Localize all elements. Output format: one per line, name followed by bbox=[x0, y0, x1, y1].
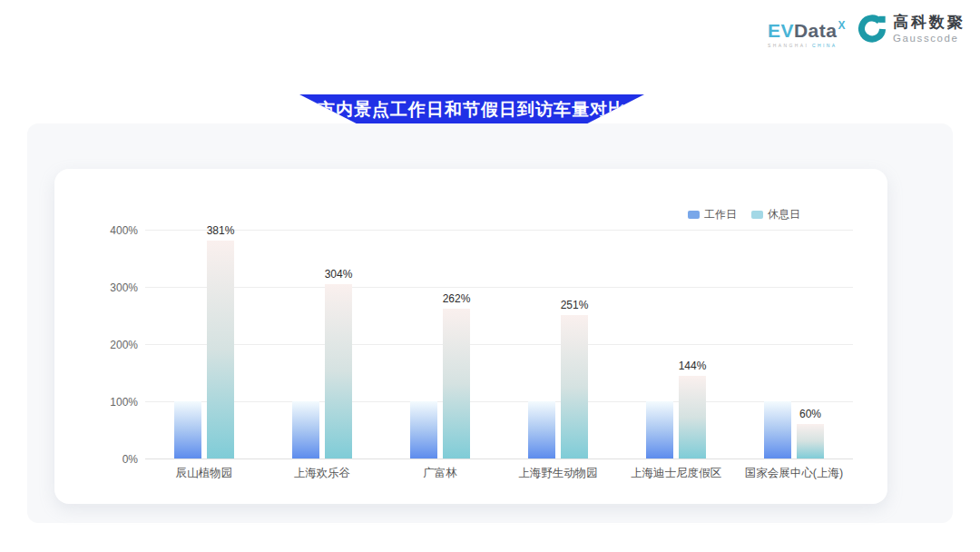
bar-休息日-广富林 bbox=[443, 309, 470, 458]
x-axis-label: 上海欢乐谷 bbox=[263, 466, 381, 481]
legend-swatch bbox=[751, 211, 763, 219]
legend-swatch bbox=[688, 211, 700, 219]
bar-工作日-辰山植物园 bbox=[174, 401, 201, 458]
evdata-logo: EVDataX SHANGHAI CHINA bbox=[768, 15, 845, 48]
x-axis-label: 广富林 bbox=[381, 466, 499, 481]
gausscode-cn-name: 高科数聚 bbox=[893, 15, 965, 32]
bar-value-label: 251% bbox=[547, 299, 602, 311]
title-banner: 市内景点工作日和节假日到访车量对比 bbox=[299, 94, 644, 124]
x-axis-label: 辰山植物园 bbox=[145, 466, 263, 481]
x-axis-label: 上海迪士尼度假区 bbox=[617, 466, 735, 481]
bar-value-label: 304% bbox=[311, 268, 366, 281]
y-axis-tick: 300% bbox=[89, 281, 138, 294]
chart-legend: 工作日休息日 bbox=[688, 207, 800, 222]
header-logos: EVDataX SHANGHAI CHINA 高科数聚 Gausscode bbox=[768, 15, 965, 48]
gridline-0 bbox=[145, 458, 853, 459]
bar-工作日-上海野生动物园 bbox=[528, 401, 555, 458]
page-title: 市内景点工作日和节假日到访车量对比 bbox=[318, 98, 626, 122]
bar-休息日-辰山植物园 bbox=[207, 241, 234, 458]
bar-value-label: 381% bbox=[193, 224, 248, 237]
bar-休息日-上海迪士尼度假区 bbox=[679, 376, 706, 458]
chart-card: 工作日休息日 0%100%200%300%400%381%辰山植物园304%上海… bbox=[54, 169, 887, 504]
bar-休息日-国家会展中心(上海) bbox=[797, 424, 824, 458]
x-axis-label: 上海野生动物园 bbox=[499, 466, 617, 481]
bar-value-label: 262% bbox=[429, 292, 484, 305]
y-axis-tick: 0% bbox=[89, 453, 138, 466]
gridline-400 bbox=[145, 230, 853, 231]
evdata-x-mark: X bbox=[838, 19, 846, 32]
gausscode-g-icon bbox=[858, 15, 887, 44]
x-axis-label: 国家会展中心(上海) bbox=[735, 466, 853, 481]
gausscode-text: 高科数聚 Gausscode bbox=[893, 15, 965, 44]
evdata-sub-right: CHINA bbox=[812, 43, 838, 48]
bar-工作日-上海迪士尼度假区 bbox=[646, 401, 673, 458]
gausscode-logo: 高科数聚 Gausscode bbox=[858, 15, 965, 44]
gridline-200 bbox=[145, 344, 853, 345]
gausscode-en-name: Gausscode bbox=[893, 33, 965, 44]
legend-item-休息日[interactable]: 休息日 bbox=[751, 207, 800, 222]
bar-value-label: 60% bbox=[783, 408, 838, 420]
legend-label: 工作日 bbox=[704, 207, 737, 222]
legend-label: 休息日 bbox=[768, 207, 800, 222]
evdata-ev: EV bbox=[768, 20, 794, 41]
gridline-100 bbox=[145, 401, 853, 402]
evdata-word: Data bbox=[794, 20, 838, 41]
evdata-sub-left: SHANGHAI bbox=[768, 43, 812, 48]
bar-休息日-上海欢乐谷 bbox=[325, 284, 352, 458]
bar-value-label: 144% bbox=[665, 360, 720, 372]
y-axis-tick: 400% bbox=[89, 224, 138, 237]
legend-item-工作日[interactable]: 工作日 bbox=[688, 207, 737, 222]
evdata-subtext: SHANGHAI CHINA bbox=[768, 43, 845, 48]
bar-工作日-上海欢乐谷 bbox=[292, 401, 319, 458]
bar-工作日-广富林 bbox=[410, 401, 437, 458]
page: EVDataX SHANGHAI CHINA 高科数聚 Gausscode 市内… bbox=[0, 0, 980, 552]
bar-休息日-上海野生动物园 bbox=[561, 315, 588, 458]
y-axis-tick: 100% bbox=[89, 396, 138, 409]
gridline-300 bbox=[145, 287, 853, 288]
y-axis-tick: 200% bbox=[89, 339, 138, 351]
evdata-logo-text: EVDataX bbox=[768, 21, 845, 40]
